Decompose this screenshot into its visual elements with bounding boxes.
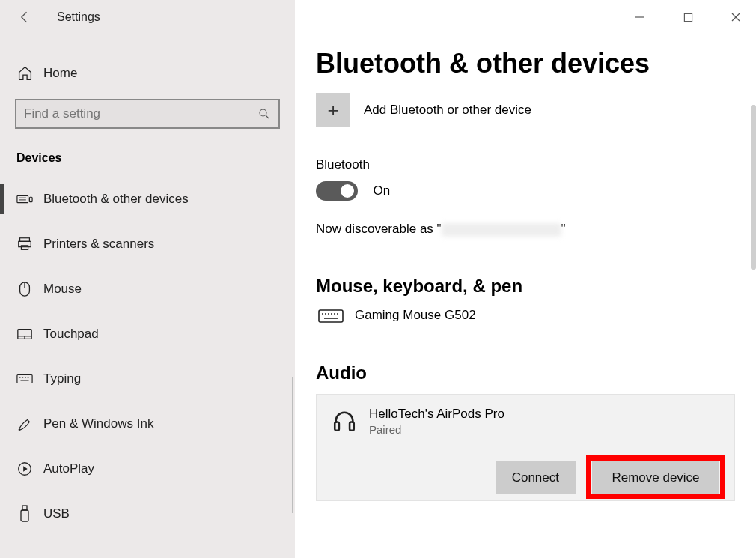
sidebar-item-label: AutoPlay <box>43 461 94 476</box>
svg-rect-14 <box>17 375 32 383</box>
sidebar-item-label: USB <box>43 506 70 521</box>
svg-rect-7 <box>19 241 31 246</box>
discoverable-prefix: Now discoverable as " <box>316 222 442 236</box>
svg-rect-6 <box>20 238 30 242</box>
minimize-icon <box>635 12 645 22</box>
headphones-icon <box>332 408 362 434</box>
sidebar-item-pen[interactable]: Pen & Windows Ink <box>0 401 295 446</box>
plus-icon: + <box>316 93 350 127</box>
svg-rect-36 <box>335 422 339 430</box>
sidebar-item-mouse[interactable]: Mouse <box>0 267 295 312</box>
search-icon <box>257 107 271 121</box>
svg-rect-2 <box>17 195 28 202</box>
autoplay-icon <box>16 461 33 477</box>
device-name: Gaming Mouse G502 <box>355 308 476 323</box>
svg-point-0 <box>260 109 266 116</box>
svg-rect-22 <box>22 506 27 510</box>
maximize-icon <box>683 13 693 22</box>
svg-rect-37 <box>350 422 354 430</box>
audio-section-title: Audio <box>316 363 735 383</box>
svg-rect-28 <box>319 310 343 322</box>
maximize-button[interactable] <box>674 6 702 28</box>
sidebar-item-label: Touchpad <box>43 327 99 342</box>
audio-device-status: Paired <box>369 423 504 436</box>
sidebar-scrollbar[interactable] <box>292 377 293 513</box>
sidebar-item-label: Typing <box>43 372 81 386</box>
svg-line-1 <box>266 115 269 118</box>
search-field[interactable] <box>24 106 257 121</box>
arrow-left-icon <box>17 10 32 25</box>
redacted-device-name <box>442 223 561 237</box>
sidebar-item-touchpad[interactable]: Touchpad <box>0 312 295 357</box>
sidebar-item-label: Bluetooth & other devices <box>43 192 189 207</box>
svg-rect-23 <box>21 510 28 521</box>
back-button[interactable] <box>13 6 36 28</box>
touchpad-icon <box>16 327 33 341</box>
usb-icon <box>16 505 33 523</box>
discoverable-text: Now discoverable as "" <box>316 222 735 237</box>
main-scrollbar[interactable] <box>751 105 756 270</box>
home-nav[interactable]: Home <box>0 56 295 90</box>
add-device-label: Add Bluetooth or other device <box>364 103 531 118</box>
printer-icon <box>16 236 33 252</box>
minimize-button[interactable] <box>626 6 654 28</box>
sidebar-item-autoplay[interactable]: AutoPlay <box>0 446 295 491</box>
sidebar-item-printers[interactable]: Printers & scanners <box>0 222 295 267</box>
keyboard-icon <box>316 307 346 324</box>
svg-rect-3 <box>29 197 32 201</box>
audio-device-name: HelloTech's AirPods Pro <box>369 407 504 422</box>
device-card-audio[interactable]: HelloTech's AirPods Pro Paired Connect R… <box>316 394 735 501</box>
close-button[interactable] <box>722 6 750 28</box>
sidebar-item-usb[interactable]: USB <box>0 491 295 536</box>
connect-button[interactable]: Connect <box>496 461 576 494</box>
sidebar-item-typing[interactable]: Typing <box>0 357 295 401</box>
svg-rect-8 <box>21 246 28 250</box>
toggle-knob <box>341 184 354 198</box>
bluetooth-state: On <box>373 184 390 198</box>
nav-list: Bluetooth & other devices Printers & sca… <box>0 177 295 558</box>
bluetooth-label: Bluetooth <box>316 157 735 172</box>
mouse-section-title: Mouse, keyboard, & pen <box>316 276 735 297</box>
titlebar: Settings <box>0 0 295 34</box>
bluetooth-toggle[interactable] <box>316 181 358 201</box>
search-input[interactable] <box>15 99 280 129</box>
category-heading: Devices <box>16 151 295 165</box>
sidebar: Settings Home Devices Bluetooth & oth <box>0 0 295 558</box>
discoverable-suffix: " <box>561 222 566 236</box>
home-label: Home <box>43 66 77 81</box>
main-content: Bluetooth & other devices + Add Bluetoot… <box>295 0 756 558</box>
mouse-icon <box>16 281 33 297</box>
sidebar-item-label: Printers & scanners <box>43 237 154 252</box>
sidebar-item-bluetooth[interactable]: Bluetooth & other devices <box>0 177 295 222</box>
device-row-mouse[interactable]: Gaming Mouse G502 <box>316 307 735 324</box>
home-icon <box>16 65 33 81</box>
remove-device-button[interactable]: Remove device <box>592 461 719 494</box>
sidebar-item-label: Pen & Windows Ink <box>43 416 153 431</box>
window-controls <box>626 6 750 28</box>
page-title: Bluetooth & other devices <box>316 48 735 79</box>
close-icon <box>731 12 741 22</box>
pen-icon <box>16 416 33 432</box>
svg-rect-25 <box>684 13 692 21</box>
sidebar-item-label: Mouse <box>43 282 82 297</box>
window-title: Settings <box>57 10 100 24</box>
keyboard-icon <box>16 373 33 385</box>
svg-marker-21 <box>23 466 28 471</box>
add-device-button[interactable]: + Add Bluetooth or other device <box>316 93 735 127</box>
keyboard-device-icon <box>16 193 33 205</box>
